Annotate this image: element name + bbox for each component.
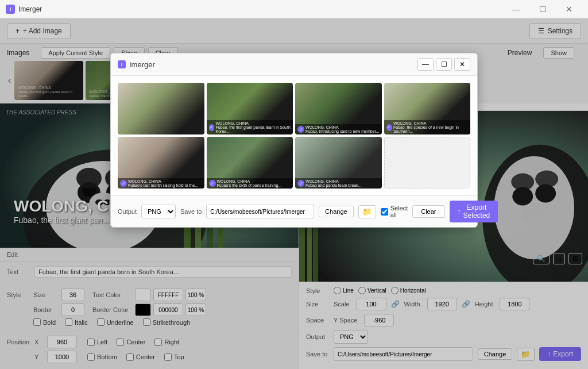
export-selected-button[interactable]: ↑ Export Selected — [450, 201, 498, 222]
dialog-thumb-2[interactable]: ✓ WOLONG, CHINAFubao, the first giant pa… — [207, 83, 293, 134]
dialog-minimize-button[interactable]: — — [417, 58, 434, 71]
thumb-selected-6: ✓ WOLONG, CHINAFubao's the sixth of pand… — [207, 178, 293, 189]
check-icon-2: ✓ — [209, 124, 215, 131]
check-icon-7: ✓ — [297, 180, 304, 187]
dialog-overlay: I Imerger — ☐ ✕ ✓ WOLONG, CHINAFubao, th… — [0, 18, 588, 369]
select-all-label[interactable]: Select all — [381, 205, 408, 218]
thumb-selected-3: ✓ WOLONG, CHINAFubao, introducing said t… — [295, 124, 382, 134]
dialog-thumb-7[interactable]: ✓ WOLONG, CHINAFubao and panda team brea… — [295, 137, 382, 189]
output-dialog-label: Output — [118, 208, 137, 215]
dialog-thumb-6[interactable]: ✓ WOLONG, CHINAFubao's the sixth of pand… — [207, 137, 293, 189]
dialog-controls: — ☐ ✕ — [417, 58, 470, 71]
dialog-footer: Output PNG JPG Save to Change 📁 Select a… — [111, 195, 477, 227]
check-icon-6: ✓ — [209, 180, 216, 187]
dialog-app-icon: I — [118, 60, 126, 68]
thumb-selected-5: ✓ WOLONG, CHINAFubao's last month raisin… — [118, 178, 204, 189]
dialog-close-button[interactable]: ✕ — [454, 58, 470, 71]
dialog-footer-right: Select all Clear ↑ Export Selected — [381, 201, 498, 222]
dialog-image-grid: ✓ WOLONG, CHINAFubao, the first giant pa… — [111, 76, 477, 195]
dialog-clear-button[interactable]: Clear — [412, 205, 444, 218]
dialog-thumb-3[interactable]: ✓ WOLONG, CHINAFubao, introducing said t… — [295, 83, 382, 134]
app-identity: I Imerger — [6, 5, 42, 14]
dialog-folder-button[interactable]: 📁 — [358, 205, 376, 218]
thumb-selected-4: ✓ WOLONG, CHINAFubao, the species of a n… — [384, 120, 471, 134]
select-all-checkbox[interactable] — [381, 208, 388, 216]
minimize-button[interactable]: — — [503, 0, 529, 18]
check-icon-4: ✓ — [386, 124, 392, 131]
dialog-maximize-button[interactable]: ☐ — [436, 58, 452, 71]
dialog-titlebar: I Imerger — ☐ ✕ — [111, 53, 477, 76]
window-controls: — ☐ ✕ — [503, 0, 582, 18]
dialog-thumb-8[interactable] — [384, 137, 471, 189]
title-bar: I Imerger — ☐ ✕ — [0, 0, 588, 18]
upload-icon-dialog: ↑ — [458, 207, 461, 216]
app-icon: I — [6, 5, 15, 14]
thumb-selected-2: ✓ WOLONG, CHINAFubao, the first giant pa… — [207, 120, 293, 134]
thumb-selected-7: ✓ WOLONG, CHINAFubao and panda team brea… — [295, 178, 382, 189]
save-to-dialog-label: Save to — [180, 208, 202, 215]
dialog-title: I Imerger — [118, 60, 155, 69]
dialog-output-select[interactable]: PNG JPG — [141, 205, 176, 218]
dialog-thumb-1[interactable] — [118, 83, 204, 134]
check-icon-3: ✓ — [297, 126, 304, 133]
close-button[interactable]: ✕ — [556, 0, 582, 18]
maximize-button[interactable]: ☐ — [529, 0, 556, 18]
app-title: Imerger — [18, 5, 42, 13]
dialog-thumb-4[interactable]: ✓ WOLONG, CHINAFubao, the species of a n… — [384, 83, 471, 134]
dialog-save-path[interactable] — [206, 205, 314, 218]
dialog-thumb-5[interactable]: ✓ WOLONG, CHINAFubao's last month raisin… — [118, 137, 204, 189]
dialog-change-button[interactable]: Change — [319, 206, 354, 217]
imerger-dialog: I Imerger — ☐ ✕ ✓ WOLONG, CHINAFubao, th… — [110, 53, 478, 228]
dialog-footer-left: Output PNG JPG Save to Change 📁 — [118, 205, 376, 218]
check-icon-5: ✓ — [120, 180, 127, 187]
